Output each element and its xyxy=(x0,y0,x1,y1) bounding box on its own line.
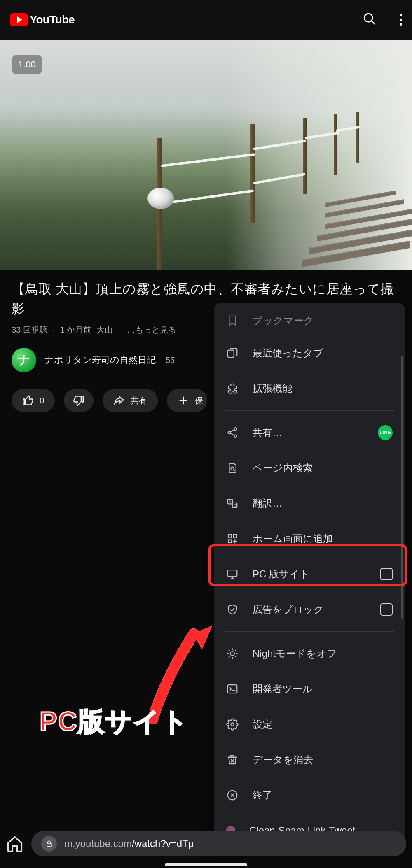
menu-item-share[interactable]: 共有… LINE xyxy=(214,415,405,450)
menu-item-settings[interactable]: 設定 xyxy=(214,707,405,742)
trash-icon xyxy=(226,754,239,766)
shield-check-icon xyxy=(226,603,239,616)
svg-line-1 xyxy=(371,21,375,24)
channel-avatar[interactable]: ナ xyxy=(12,348,36,372)
svg-line-29 xyxy=(229,650,230,651)
svg-point-35 xyxy=(231,723,234,726)
svg-marker-42 xyxy=(194,626,212,649)
channel-name[interactable]: ナポリタン寿司の自然日記 xyxy=(44,354,156,366)
thumb-up-icon xyxy=(22,395,34,406)
youtube-header: YouTube xyxy=(0,0,412,40)
youtube-play-icon xyxy=(10,13,28,26)
url-bar[interactable]: m.youtube.com/watch?v=dTp xyxy=(31,831,406,856)
menu-item-bookmark[interactable]: ブックマーク xyxy=(214,306,405,335)
video-meta-tag: 大山 xyxy=(96,324,113,335)
svg-line-30 xyxy=(235,656,236,658)
translate-icon: A文 xyxy=(226,497,239,510)
monitor-icon xyxy=(226,568,239,580)
svg-line-8 xyxy=(230,430,234,432)
gesture-bar[interactable] xyxy=(165,863,247,866)
share-button[interactable]: 共有 xyxy=(103,389,158,412)
svg-point-7 xyxy=(234,435,236,437)
menu-item-block-ads[interactable]: 広告をブロック xyxy=(214,592,405,627)
view-count: 33 回視聴 xyxy=(12,324,48,335)
svg-text:A: A xyxy=(229,500,231,504)
bookmark-icon xyxy=(226,314,239,327)
thumb-down-icon xyxy=(73,395,84,406)
url-path: /watch?v=dTp xyxy=(132,838,194,849)
svg-rect-43 xyxy=(47,843,51,847)
svg-rect-17 xyxy=(234,535,237,538)
svg-text:文: 文 xyxy=(234,503,237,507)
svg-point-24 xyxy=(230,652,234,656)
url-host: m.youtube.com xyxy=(64,838,132,849)
youtube-logo[interactable]: YouTube xyxy=(10,13,75,26)
close-circle-icon xyxy=(226,789,239,801)
menu-item-extensions[interactable]: 拡張機能 xyxy=(214,371,405,406)
tabs-icon xyxy=(226,347,239,359)
youtube-logo-text: YouTube xyxy=(30,13,75,26)
gear-icon xyxy=(226,718,239,731)
svg-point-0 xyxy=(364,14,372,22)
save-button[interactable]: 保 xyxy=(167,389,207,412)
show-more[interactable]: …もっと見る xyxy=(127,324,176,335)
like-count: 0 xyxy=(40,396,44,405)
block-ads-checkbox[interactable] xyxy=(380,603,393,616)
header-more-icon[interactable] xyxy=(400,14,402,26)
video-player[interactable]: 1.00 xyxy=(0,40,412,270)
dislike-button[interactable] xyxy=(64,389,94,412)
svg-line-31 xyxy=(229,656,230,658)
like-button[interactable]: 0 xyxy=(12,389,55,412)
svg-rect-21 xyxy=(228,570,237,576)
browser-bottom-bar: m.youtube.com/watch?v=dTp xyxy=(0,828,412,860)
annotation-label: PC版サイト xyxy=(40,704,189,740)
upload-age: 1 か月前 xyxy=(60,324,91,335)
menu-item-quit[interactable]: 終了 xyxy=(214,777,405,813)
browser-context-menu: ブックマーク 最近使ったタブ 拡張機能 共有… LINE ページ内検索 A文 翻… xyxy=(214,303,405,852)
menu-item-translate[interactable]: A文 翻訳… xyxy=(214,486,405,521)
svg-line-9 xyxy=(230,433,234,436)
svg-rect-33 xyxy=(228,685,237,693)
grid-plus-icon xyxy=(226,533,239,545)
menu-item-recent-tabs[interactable]: 最近使ったタブ xyxy=(214,335,405,371)
puzzle-icon xyxy=(226,382,239,395)
share-arrow-icon xyxy=(113,395,125,406)
svg-point-6 xyxy=(228,431,230,434)
menu-item-find-in-page[interactable]: ページ内検索 xyxy=(214,450,405,486)
menu-item-devtools[interactable]: 開発者ツール xyxy=(214,671,405,707)
svg-rect-4 xyxy=(228,350,234,358)
svg-line-32 xyxy=(235,650,236,651)
share-icon xyxy=(226,426,239,439)
home-button[interactable] xyxy=(6,835,24,853)
menu-item-add-to-home[interactable]: ホーム画面に追加 xyxy=(214,521,405,556)
menu-item-clear-data[interactable]: データを消去 xyxy=(214,742,405,777)
menu-item-night-mode-off[interactable]: Nightモードをオフ xyxy=(214,636,405,671)
svg-line-11 xyxy=(234,470,235,471)
search-doc-icon xyxy=(226,462,239,474)
lock-icon xyxy=(41,836,57,852)
menu-item-desktop-site[interactable]: PC 版サイト xyxy=(214,556,405,592)
svg-rect-18 xyxy=(228,540,232,543)
svg-rect-16 xyxy=(228,535,232,538)
desktop-site-checkbox[interactable] xyxy=(380,568,393,580)
speed-badge: 1.00 xyxy=(12,55,42,74)
svg-point-5 xyxy=(234,428,236,430)
line-app-icon: LINE xyxy=(378,425,393,440)
search-icon[interactable] xyxy=(363,12,377,28)
subscriber-count: 55 xyxy=(166,356,175,365)
terminal-icon xyxy=(226,683,239,695)
plus-icon xyxy=(178,395,189,406)
sun-icon xyxy=(226,647,239,660)
